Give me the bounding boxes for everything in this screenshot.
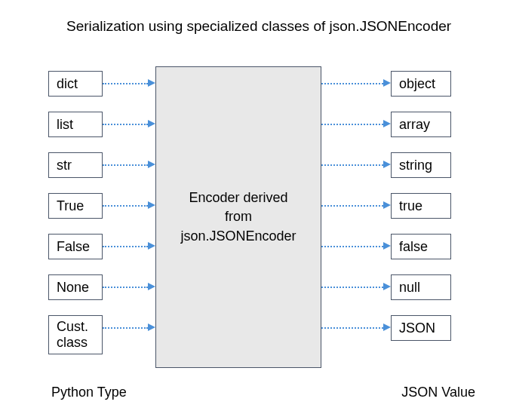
connector-left-3 — [103, 205, 148, 207]
json-value-json: JSON — [391, 315, 451, 341]
arrow-right-2 — [383, 161, 391, 168]
arrow-right-0 — [383, 79, 391, 87]
custom-class-line2: class — [57, 335, 88, 351]
connector-right-1 — [321, 124, 383, 125]
arrow-left-5 — [148, 283, 155, 290]
diagram-title: Serialization using specialized classes … — [66, 18, 451, 35]
arrow-left-2 — [148, 161, 155, 168]
arrow-left-1 — [148, 120, 155, 127]
python-type-custom-class: Cust. class — [48, 315, 103, 354]
custom-class-line1: Cust. — [57, 319, 88, 335]
connector-left-2 — [103, 164, 148, 166]
python-type-dict: dict — [48, 71, 103, 97]
connector-left-5 — [103, 287, 148, 288]
connector-right-3 — [321, 205, 383, 207]
connector-left-1 — [103, 124, 148, 125]
json-values-column: object array string true false null JSON — [391, 71, 451, 356]
json-value-array: array — [391, 112, 451, 137]
python-type-list: list — [48, 112, 103, 137]
python-type-none: None — [48, 274, 103, 300]
arrow-right-3 — [383, 201, 391, 209]
python-type-false: False — [48, 234, 103, 259]
connector-right-0 — [321, 83, 383, 84]
encoder-line1: Encoder derived — [189, 189, 287, 207]
json-value-false: false — [391, 234, 451, 259]
python-type-str: str — [48, 152, 103, 178]
python-type-label: Python Type — [51, 385, 127, 400]
connector-right-2 — [321, 164, 383, 166]
python-types-column: dict list str True False None Cust. clas… — [48, 71, 109, 369]
json-value-object: object — [391, 71, 451, 97]
connector-left-0 — [103, 83, 148, 84]
arrow-left-3 — [148, 201, 155, 209]
encoder-box: Encoder derived from json.JSONEncoder — [155, 66, 321, 368]
python-type-true: True — [48, 193, 103, 219]
json-value-label: JSON Value — [401, 385, 475, 400]
arrow-right-4 — [383, 242, 391, 250]
arrow-right-5 — [383, 283, 391, 290]
arrow-left-4 — [148, 242, 155, 250]
json-value-true: true — [391, 193, 451, 219]
encoder-line2: from — [225, 207, 252, 226]
connector-right-5 — [321, 287, 383, 288]
arrow-right-6 — [383, 323, 391, 331]
arrow-left-0 — [148, 79, 155, 87]
arrow-right-1 — [383, 120, 391, 127]
connector-left-6 — [103, 327, 148, 329]
json-value-null: null — [391, 274, 451, 300]
arrow-left-6 — [148, 323, 155, 331]
json-value-string: string — [391, 152, 451, 178]
connector-right-4 — [321, 246, 383, 247]
connector-left-4 — [103, 246, 148, 247]
encoder-line3: json.JSONEncoder — [180, 227, 296, 246]
connector-right-6 — [321, 327, 383, 329]
